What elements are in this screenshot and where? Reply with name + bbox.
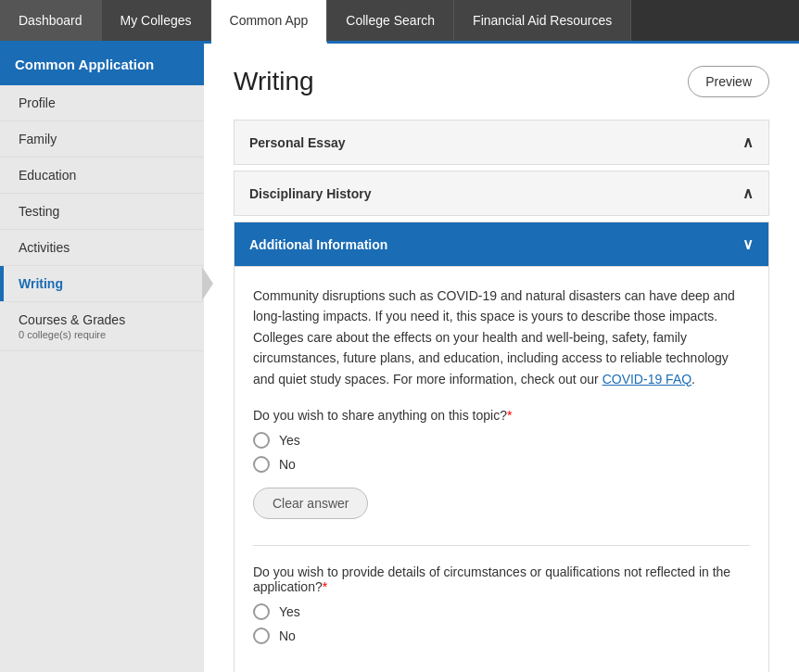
radio-circle-no-2 (253, 628, 270, 644)
radio-circle-yes-2 (253, 603, 270, 620)
tab-my-colleges[interactable]: My Colleges (102, 0, 211, 41)
sidebar: Common Application Profile Family Educat… (0, 44, 204, 672)
tab-dashboard[interactable]: Dashboard (0, 0, 102, 41)
page-title: Writing (234, 67, 314, 96)
top-nav: Dashboard My Colleges Common App College… (0, 0, 799, 44)
tab-college-search[interactable]: College Search (327, 0, 454, 41)
chevron-personal-essay: ∧ (742, 133, 754, 151)
main-content: Writing Preview Personal Essay ∧ Discipl… (204, 44, 799, 672)
accordion-disciplinary-history: Disciplinary History ∧ (234, 171, 769, 216)
sidebar-item-family[interactable]: Family (0, 121, 204, 158)
accordion-content-additional-info: Community disruptions such as COVID-19 a… (235, 266, 768, 672)
question-label-1: Do you wish to share anything on this to… (253, 408, 750, 423)
main-layout: Common Application Profile Family Educat… (0, 44, 799, 672)
question-block-2: Do you wish to provide details of circum… (253, 564, 750, 644)
sidebar-item-education[interactable]: Education (0, 158, 204, 194)
accordion-title-additional-info: Additional Information (249, 237, 387, 252)
tab-financial-aid[interactable]: Financial Aid Resources (454, 0, 631, 41)
radio-yes-1[interactable]: Yes (253, 432, 750, 449)
accordion-title-disciplinary-history: Disciplinary History (249, 186, 372, 201)
accordion-personal-essay: Personal Essay ∧ (234, 120, 769, 165)
required-star-1: * (507, 408, 512, 423)
question-block-1: Do you wish to share anything on this to… (253, 408, 750, 519)
radio-circle-yes-1 (253, 432, 270, 449)
preview-button[interactable]: Preview (688, 66, 769, 97)
additional-info-description: Community disruptions such as COVID-19 a… (253, 285, 750, 389)
radio-no-1[interactable]: No (253, 456, 750, 473)
sidebar-item-activities[interactable]: Activities (0, 230, 204, 266)
required-star-2: * (323, 579, 327, 594)
accordion-header-additional-info[interactable]: Additional Information ∨ (235, 222, 768, 266)
radio-circle-no-1 (253, 456, 270, 473)
content-header: Writing Preview (234, 66, 769, 97)
tab-common-app[interactable]: Common App (211, 0, 328, 44)
clear-answer-button-1[interactable]: Clear answer (253, 488, 368, 519)
chevron-disciplinary-history: ∧ (742, 184, 754, 202)
question-label-2: Do you wish to provide details of circum… (253, 564, 750, 594)
divider (253, 545, 750, 546)
radio-yes-2[interactable]: Yes (253, 603, 750, 620)
chevron-additional-info: ∨ (742, 235, 754, 253)
courses-grades-sub: 0 college(s) require (19, 329, 189, 340)
sidebar-item-writing[interactable]: Writing (0, 266, 204, 302)
accordion-header-disciplinary-history[interactable]: Disciplinary History ∧ (235, 171, 768, 215)
accordion-title-personal-essay: Personal Essay (249, 135, 346, 150)
covid-faq-link[interactable]: COVID-19 FAQ (602, 372, 691, 387)
radio-no-2[interactable]: No (253, 628, 750, 644)
accordion-header-personal-essay[interactable]: Personal Essay ∧ (235, 120, 768, 164)
accordion-additional-info: Additional Information ∨ Community disru… (234, 222, 769, 672)
sidebar-header: Common Application (0, 44, 204, 85)
sidebar-item-testing[interactable]: Testing (0, 194, 204, 230)
sidebar-item-profile[interactable]: Profile (0, 85, 204, 121)
sidebar-item-courses-grades[interactable]: Courses & Grades 0 college(s) require (0, 302, 204, 351)
